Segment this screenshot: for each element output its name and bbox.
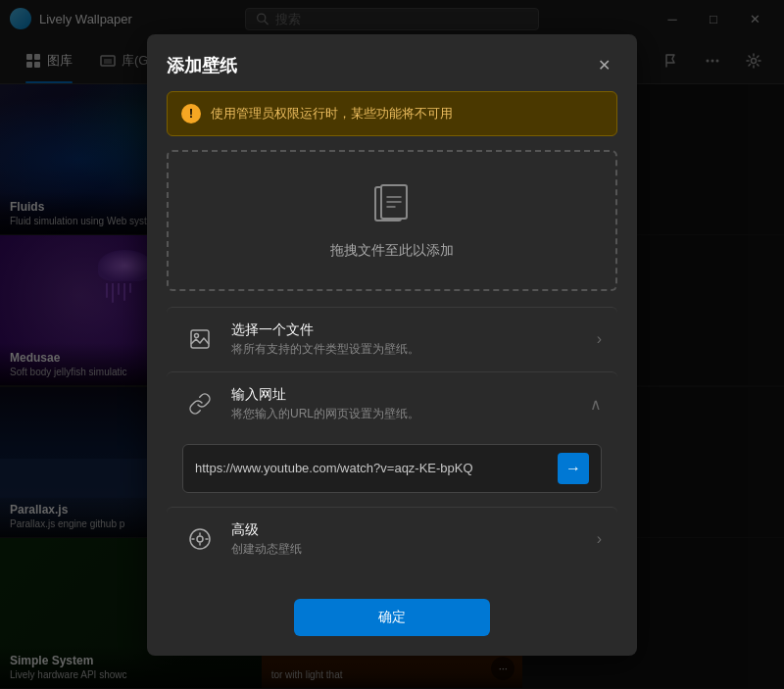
- advanced-chevron-icon: ›: [597, 530, 602, 548]
- add-wallpaper-dialog: 添加壁纸 ✕ ! 使用管理员权限运行时，某些功能将不可用 拖拽文件至此以添加: [147, 34, 637, 656]
- confirm-button[interactable]: 确定: [294, 599, 490, 636]
- drop-zone[interactable]: 拖拽文件至此以添加: [167, 150, 617, 291]
- drop-text: 拖拽文件至此以添加: [330, 242, 454, 260]
- dialog-header: 添加壁纸 ✕: [147, 34, 637, 91]
- svg-rect-22: [191, 330, 209, 348]
- advanced-option-subtitle: 创建动态壁纸: [231, 541, 583, 558]
- url-option[interactable]: 输入网址 将您输入的URL的网页设置为壁纸。 ∧: [167, 371, 617, 436]
- dialog-close-button[interactable]: ✕: [590, 52, 617, 79]
- warning-icon: !: [181, 104, 201, 123]
- url-option-text: 输入网址 将您输入的URL的网页设置为壁纸。: [231, 386, 576, 422]
- url-chevron-icon: ∧: [590, 395, 602, 414]
- file-icon: [182, 321, 218, 357]
- url-input[interactable]: [195, 461, 550, 475]
- advanced-option[interactable]: 高级 创建动态壁纸 ›: [167, 507, 617, 571]
- file-option-title: 选择一个文件: [231, 321, 583, 339]
- dialog-title: 添加壁纸: [167, 54, 237, 77]
- advanced-icon: [182, 521, 218, 557]
- url-option-subtitle: 将您输入的URL的网页设置为壁纸。: [231, 406, 576, 422]
- advanced-option-text: 高级 创建动态壁纸: [231, 521, 583, 558]
- file-option-text: 选择一个文件 将所有支持的文件类型设置为壁纸。: [231, 321, 583, 358]
- file-chevron-icon: ›: [597, 330, 602, 348]
- warning-banner: ! 使用管理员权限运行时，某些功能将不可用: [167, 91, 617, 136]
- svg-point-24: [197, 536, 203, 542]
- svg-point-23: [195, 334, 199, 338]
- advanced-option-title: 高级: [231, 521, 583, 539]
- warning-text: 使用管理员权限运行时，某些功能将不可用: [211, 105, 453, 123]
- drop-file-icon: [368, 181, 416, 230]
- url-go-button[interactable]: →: [558, 453, 589, 484]
- url-input-row: →: [182, 444, 602, 493]
- dialog-body: ! 使用管理员权限运行时，某些功能将不可用 拖拽文件至此以添加: [147, 91, 637, 587]
- file-option-subtitle: 将所有支持的文件类型设置为壁纸。: [231, 341, 583, 358]
- url-option-title: 输入网址: [231, 386, 576, 404]
- url-input-section: →: [167, 436, 617, 507]
- link-icon: [182, 386, 218, 421]
- dialog-footer: 确定: [147, 587, 637, 656]
- file-option[interactable]: 选择一个文件 将所有支持的文件类型设置为壁纸。 ›: [167, 307, 617, 371]
